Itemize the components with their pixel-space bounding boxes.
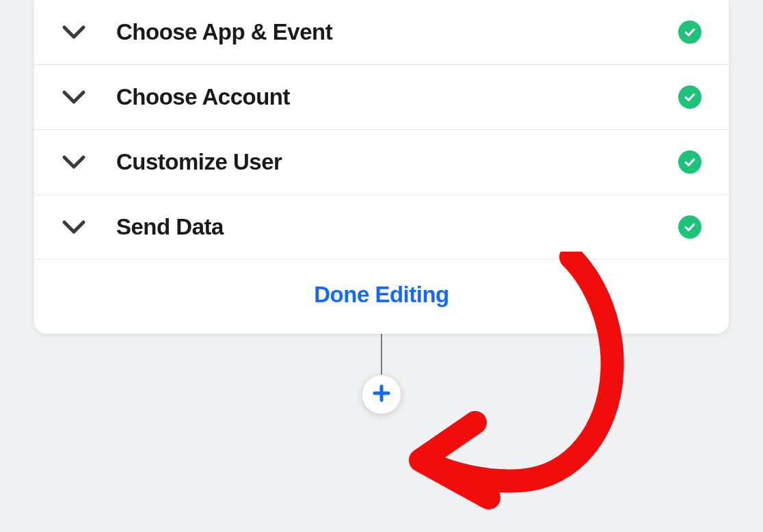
chevron-down-icon [62, 153, 89, 171]
connector-line [381, 334, 382, 376]
chevron-down-icon [62, 218, 89, 236]
check-icon [678, 215, 701, 239]
step-label: Choose App & Event [116, 19, 678, 45]
add-step-button[interactable] [362, 375, 401, 414]
chevron-down-icon [62, 88, 89, 106]
check-icon [678, 21, 701, 44]
step-row-send-data[interactable]: Send Data [34, 195, 729, 260]
check-icon [678, 150, 701, 174]
step-label: Choose Account [116, 84, 678, 110]
step-row-app-event[interactable]: Choose App & Event [34, 0, 729, 65]
step-card: Choose App & Event Choose Account Custom… [34, 0, 729, 334]
check-icon [678, 85, 701, 109]
step-row-account[interactable]: Choose Account [34, 65, 729, 130]
done-row: Done Editing [34, 260, 729, 334]
step-label: Send Data [116, 214, 678, 240]
step-row-customize[interactable]: Customize User [34, 130, 729, 195]
plus-icon [372, 384, 391, 405]
step-label: Customize User [116, 149, 678, 175]
done-editing-link[interactable]: Done Editing [314, 282, 449, 307]
chevron-down-icon [62, 23, 89, 41]
